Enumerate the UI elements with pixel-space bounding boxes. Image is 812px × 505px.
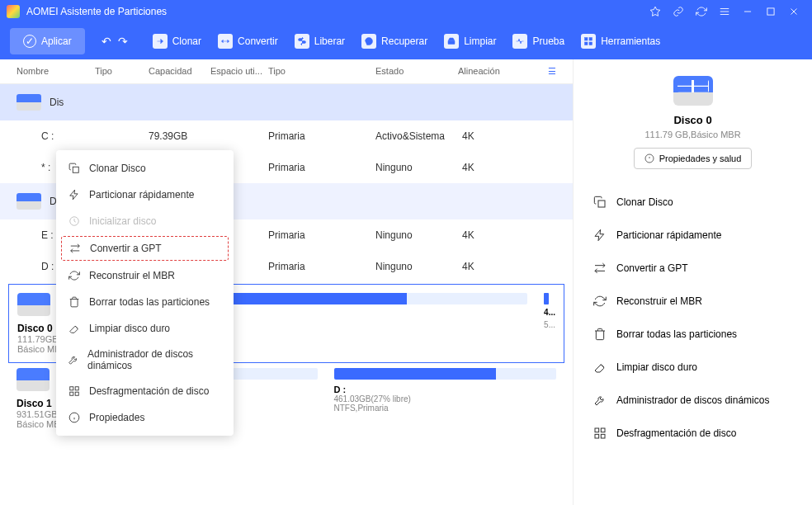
toolbar: ✓ Aplicar ↶ ↷ ClonarConvertirLiberarRecu… — [0, 23, 812, 59]
col-capacity[interactable]: Capacidad — [149, 66, 210, 77]
properties-health-button[interactable]: Propiedades y salud — [634, 148, 753, 169]
column-headers: Nombre Tipo Capacidad Espacio uti... Tip… — [0, 59, 573, 84]
ctx-convert[interactable]: Convertir a GPT — [61, 236, 229, 261]
trash-icon — [593, 328, 607, 341]
col-ptype[interactable]: Tipo — [268, 66, 375, 77]
op-wrench[interactable]: Administrador de discos dinámicos — [590, 387, 795, 413]
svg-rect-6 — [73, 167, 78, 172]
clean-icon — [444, 34, 459, 49]
free-icon — [295, 34, 309, 49]
toolbar-recuperar[interactable]: Recuperar — [353, 34, 436, 49]
tiny-volume[interactable]: 4... 5... — [544, 293, 555, 354]
apply-button[interactable]: ✓ Aplicar — [10, 28, 85, 54]
ctx-defrag[interactable]: Desfragmentación de disco — [56, 378, 234, 404]
svg-rect-3 — [589, 38, 592, 41]
col-state[interactable]: Estado — [375, 66, 458, 77]
bolt-icon — [593, 229, 607, 242]
col-menu-icon[interactable]: ☰ — [548, 66, 556, 77]
panel-disk-sub: 111.79 GB,Básico MBR — [644, 130, 740, 139]
context-menu: Clonar DiscoParticionar rápidamenteInici… — [56, 150, 234, 436]
defrag-icon — [68, 385, 81, 398]
col-type[interactable]: Tipo — [95, 66, 149, 77]
disk-small-icon — [17, 293, 50, 316]
refresh-icon[interactable] — [690, 0, 713, 23]
eraser-icon — [593, 361, 607, 374]
minimize-button[interactable] — [736, 0, 759, 23]
svg-rect-17 — [595, 434, 599, 438]
ctx-trash[interactable]: Borrar todas las particiones — [56, 289, 234, 315]
ctx-init: Inicializar disco — [56, 208, 234, 234]
apply-label: Aplicar — [41, 35, 72, 47]
ctx-refresh[interactable]: Reconstruir el MBR — [56, 262, 234, 289]
op-trash[interactable]: Borrar todas las particiones — [590, 321, 795, 347]
panel-disk-title: Disco 0 — [673, 114, 711, 126]
volume[interactable]: D : 461.03GB(27% libre) NTFS,Primaria — [334, 368, 557, 429]
app-logo-icon — [7, 5, 20, 18]
col-name[interactable]: Nombre — [17, 66, 95, 77]
close-button[interactable] — [782, 0, 805, 23]
svg-rect-18 — [601, 434, 605, 438]
svg-rect-10 — [70, 392, 73, 395]
defrag-icon — [593, 427, 607, 440]
op-defrag[interactable]: Desfragmentación de disco — [590, 420, 795, 446]
star-icon[interactable] — [644, 0, 667, 23]
ctx-bolt[interactable]: Particionar rápidamente — [56, 182, 234, 208]
toolbar-convertir[interactable]: Convertir — [210, 34, 286, 49]
partition-row[interactable]: C :79.39GBPrimariaActivo&Sistema4K — [0, 120, 573, 152]
svg-rect-16 — [601, 428, 605, 432]
recover-icon — [361, 34, 376, 49]
op-convert[interactable]: Convertir a GPT — [590, 255, 795, 281]
ctx-copy[interactable]: Clonar Disco — [56, 155, 234, 182]
link-icon[interactable] — [667, 0, 690, 23]
disk-icon — [17, 193, 41, 210]
right-panel: Disco 0 111.79 GB,Básico MBR Propiedades… — [573, 59, 812, 505]
op-refresh[interactable]: Reconstruir el MBR — [590, 288, 795, 314]
disk-small-icon — [17, 368, 50, 391]
ctx-eraser[interactable]: Limpiar disco duro — [56, 315, 234, 342]
op-eraser[interactable]: Limpiar disco duro — [590, 354, 795, 380]
svg-rect-15 — [595, 428, 599, 432]
app-title: AOMEI Asistente de Particiones — [26, 6, 644, 17]
copy-icon — [593, 196, 607, 209]
col-used[interactable]: Espacio uti... — [210, 66, 268, 77]
check-icon: ✓ — [23, 35, 36, 48]
svg-rect-9 — [75, 387, 78, 390]
svg-rect-8 — [70, 387, 73, 390]
disk-large-icon — [673, 76, 713, 106]
convert-icon — [593, 262, 607, 275]
tools-icon — [581, 34, 596, 49]
copy-icon — [68, 162, 81, 175]
svg-rect-4 — [585, 42, 588, 45]
operations-list: Clonar DiscoParticionar rápidamenteConve… — [590, 189, 795, 446]
toolbar-limpiar[interactable]: Limpiar — [436, 34, 504, 49]
toolbar-prueba[interactable]: Prueba — [504, 34, 573, 49]
disk-row[interactable]: Dis — [0, 84, 573, 120]
toolbar-liberar[interactable]: Liberar — [286, 34, 353, 49]
test-icon — [512, 34, 527, 49]
titlebar: AOMEI Asistente de Particiones — [0, 0, 812, 23]
wrench-icon — [68, 353, 79, 366]
redo-button[interactable]: ↷ — [118, 35, 128, 48]
init-icon — [68, 215, 81, 228]
toolbar-herramientas[interactable]: Herramientas — [573, 34, 668, 49]
svg-rect-1 — [448, 41, 455, 45]
toolbar-clonar[interactable]: Clonar — [144, 34, 210, 49]
refresh-icon — [68, 269, 81, 282]
col-align[interactable]: Alineación — [458, 66, 508, 77]
arrow-icon — [153, 34, 168, 49]
menu-icon[interactable] — [713, 0, 736, 23]
bolt-icon — [68, 188, 81, 201]
op-copy[interactable]: Clonar Disco — [590, 189, 795, 215]
svg-rect-11 — [75, 392, 78, 395]
properties-health-label: Propiedades y salud — [659, 153, 742, 163]
ctx-wrench[interactable]: Administrador de discos dinámicos — [56, 342, 234, 378]
undo-button[interactable]: ↶ — [102, 35, 111, 48]
maximize-button[interactable] — [759, 0, 782, 23]
svg-rect-14 — [598, 201, 605, 207]
swap-icon — [218, 34, 233, 49]
wrench-icon — [593, 394, 607, 407]
info-icon — [68, 411, 81, 424]
ctx-info[interactable]: Propiedades — [56, 404, 234, 431]
op-bolt[interactable]: Particionar rápidamente — [590, 222, 795, 248]
trash-icon — [68, 295, 81, 309]
